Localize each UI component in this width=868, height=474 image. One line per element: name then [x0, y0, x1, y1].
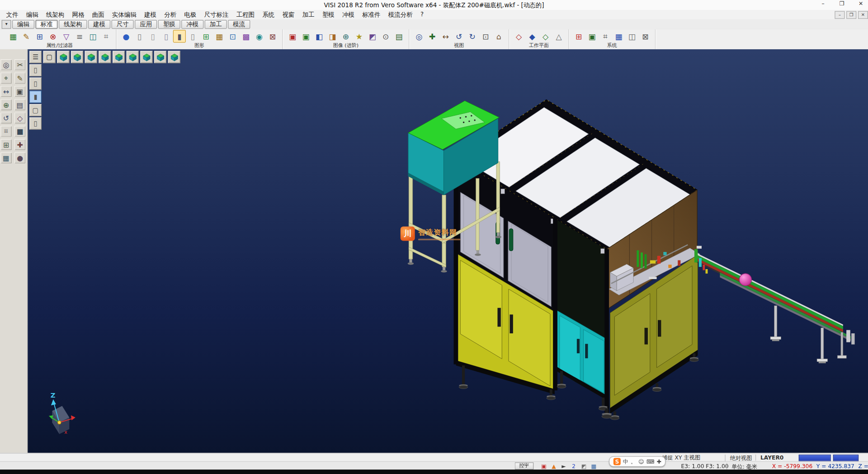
entity-blank-icon[interactable]: ▢ [29, 104, 42, 116]
tab-冲模[interactable]: 冲模 [181, 20, 203, 29]
element-list-icon[interactable]: ≡ [73, 30, 86, 43]
menu-item-模流分析[interactable]: 模流分析 [384, 10, 416, 19]
tab-线架构[interactable]: 线架构 [59, 20, 87, 29]
home-view-icon[interactable]: ⌂ [492, 30, 505, 43]
pan-icon[interactable]: ↔ [439, 30, 452, 43]
menu-item-?[interactable]: ? [416, 10, 427, 19]
rotate-right-icon[interactable]: ↻ [466, 30, 479, 43]
highlight-icon[interactable]: ★ [353, 30, 365, 43]
menu-item-系统[interactable]: 系统 [259, 10, 278, 19]
menu-item-尺寸标注[interactable]: 尺寸标注 [200, 10, 232, 19]
menu-item-塑模[interactable]: 塑模 [318, 10, 338, 19]
exit-icon[interactable]: ⊠ [639, 30, 651, 43]
rotate-left-icon[interactable]: ↺ [453, 30, 465, 43]
plane-zx-icon[interactable]: ◇ [539, 30, 552, 43]
hidden-line-icon[interactable]: ▯ [146, 30, 159, 43]
reflection-icon[interactable]: ◨ [326, 30, 339, 43]
view-right-icon[interactable] [99, 51, 111, 63]
system-monitor-icon[interactable]: ▣ [586, 30, 599, 43]
gradient-icon[interactable]: ◩ [366, 30, 379, 43]
wcs-cylinder-icon[interactable]: ▯ [29, 64, 42, 76]
conveyor-rail[interactable] [694, 246, 855, 364]
ghost-view-icon[interactable]: ▯ [160, 30, 172, 43]
menu-item-标准件[interactable]: 标准件 [359, 10, 385, 19]
tab-塑膜[interactable]: 塑膜 [158, 20, 180, 29]
tab-dropdown-icon[interactable]: ▾ [2, 20, 11, 29]
menu-item-文件[interactable]: 文件 [2, 10, 22, 19]
tab-建模[interactable]: 建模 [88, 20, 110, 29]
ime-item-3[interactable]: ⌨ [646, 458, 655, 465]
grid-display-icon[interactable]: ⊞ [200, 30, 212, 43]
menu-item-线架构[interactable]: 线架构 [42, 10, 68, 19]
zoom-window-icon[interactable]: ◎ [413, 30, 425, 43]
zoom-in-icon[interactable]: ✚ [426, 30, 439, 43]
menu-item-曲面[interactable]: 曲面 [88, 10, 108, 19]
minimize-button[interactable]: – [818, 0, 828, 6]
layers-icon[interactable]: ▤ [14, 99, 26, 110]
plane-yz-icon[interactable]: ◆ [526, 30, 538, 43]
viewport-3d[interactable]: Z x ☰▢ ▯▯▮▢▯ 川 智造资料网 [28, 49, 868, 453]
flame-icon[interactable]: ▲ [550, 462, 557, 469]
door-handle[interactable] [509, 229, 513, 251]
doc-red-icon[interactable]: ▣ [540, 462, 547, 469]
section-view-icon[interactable]: ▯ [186, 30, 199, 43]
move-icon[interactable]: ↔ [0, 86, 12, 97]
material-icon[interactable]: ▦ [213, 30, 226, 43]
zoom-tool-icon[interactable]: ◎ [0, 59, 12, 70]
system-colors-icon[interactable]: ⊞ [572, 30, 585, 43]
view-plain-icon[interactable]: ▢ [43, 51, 56, 63]
wireframe-icon[interactable]: ▯ [133, 30, 146, 43]
menu-item-工程图[interactable]: 工程图 [232, 10, 259, 19]
layer-manager-icon[interactable]: ⊞ [33, 30, 46, 43]
dot-tool-icon[interactable]: ● [14, 152, 26, 163]
menu-item-编辑[interactable]: 编辑 [22, 10, 42, 19]
tab-加工[interactable]: 加工 [205, 20, 227, 29]
machine-model-svg[interactable]: Z x [28, 49, 868, 453]
tab-编辑[interactable]: 编辑 [12, 20, 34, 29]
hatch-icon[interactable]: ⌗ [0, 126, 12, 137]
ime-item-4[interactable]: ✚ [656, 458, 661, 465]
tab-标准[interactable]: 标准 [36, 20, 58, 29]
exposure-icon[interactable]: ⊙ [379, 30, 392, 43]
ime-toolbar[interactable]: S 中。☺⌨✚ [609, 456, 665, 467]
child-close-button[interactable]: ✕ [858, 11, 868, 19]
view-iso-icon[interactable] [57, 51, 69, 63]
palette-icon[interactable]: ◩ [580, 462, 587, 469]
entity-box-icon[interactable]: ▯ [29, 77, 42, 90]
view-bottom-icon[interactable] [140, 51, 152, 63]
tab-应用[interactable]: 应用 [135, 20, 157, 29]
fit-view-icon[interactable]: ⊡ [479, 30, 492, 43]
attribute-paint-icon[interactable]: ✎ [20, 30, 33, 43]
plus-tool-icon[interactable]: ✚ [14, 139, 26, 150]
ime-item-1[interactable]: 。 [631, 458, 636, 465]
child-minimize-button[interactable]: – [835, 11, 844, 19]
layer-indicator[interactable]: LAYER0 [755, 455, 783, 460]
dynamic-render-icon[interactable]: ▮ [173, 30, 186, 43]
view-left-icon[interactable] [113, 51, 125, 63]
delete-filter-icon[interactable]: ⊗ [47, 30, 59, 43]
undo-arrow-icon[interactable]: ↺ [0, 113, 12, 123]
view-back-icon[interactable] [127, 51, 139, 63]
render-green-icon[interactable]: ▣ [299, 30, 312, 43]
cursor-icon[interactable]: ► [560, 462, 567, 469]
grid-filter-icon[interactable]: ⌗ [100, 30, 113, 43]
ime-item-2[interactable]: ☺ [638, 458, 644, 465]
element-attributes-icon[interactable]: ▦ [7, 30, 19, 43]
shaded-view-icon[interactable]: ● [120, 30, 132, 43]
close-button[interactable]: ✕ [856, 0, 866, 6]
entity-solid-icon[interactable]: ▯ [29, 118, 42, 130]
plane-xy-icon[interactable]: ◇ [513, 30, 525, 43]
grid-tool-icon[interactable]: ⊞ [0, 139, 12, 150]
diamond-tool-icon[interactable]: ◇ [14, 113, 26, 123]
mesh-icon[interactable]: ▦ [0, 152, 12, 163]
add-geometry-icon[interactable]: ⊕ [0, 99, 12, 110]
entity-sheet-icon[interactable]: ▮ [29, 91, 42, 103]
menu-item-分析[interactable]: 分析 [160, 10, 180, 19]
view-front-icon[interactable] [71, 51, 83, 63]
pink-ball-part[interactable] [739, 274, 751, 286]
sketch-icon[interactable]: ✎ [14, 72, 26, 83]
child-restore-button[interactable]: ❐ [846, 11, 856, 19]
menu-item-视窗[interactable]: 视窗 [278, 10, 298, 19]
tab-模流[interactable]: 模流 [228, 20, 250, 29]
menu-item-实体编辑[interactable]: 实体编辑 [108, 10, 140, 19]
